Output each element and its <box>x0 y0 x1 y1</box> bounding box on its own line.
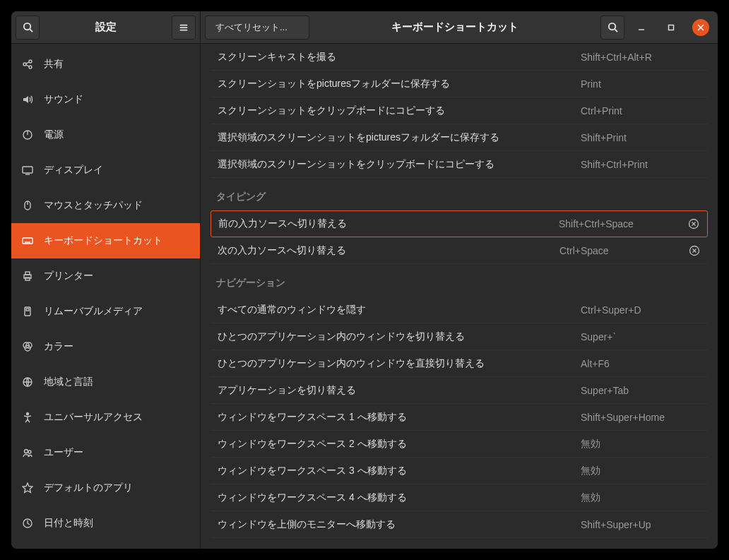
clear-shortcut-icon[interactable] <box>687 218 700 230</box>
share-icon <box>21 58 34 71</box>
shortcut-label: ウィンドウをワークスペース 3 へ移動する <box>218 465 581 477</box>
shortcut-label: 前の入力ソースへ切り替える <box>218 218 559 230</box>
accessibility-icon <box>21 411 34 424</box>
sidebar-item-accessibility[interactable]: ユニバーサルアクセス <box>11 400 200 435</box>
sidebar-item-share[interactable]: 共有 <box>11 47 200 82</box>
main-panel: すべてリセット... キーボードショートカット <box>201 11 718 549</box>
sidebar-list: 共有サウンド電源ディスプレイマウスとタッチパッドキーボードショートカットプリンタ… <box>11 44 200 549</box>
svg-rect-22 <box>25 272 30 275</box>
keyboard-icon <box>21 234 34 247</box>
shortcut-key: Shift+Super+Up <box>581 519 701 530</box>
section-title: ナビゲーション <box>211 264 708 297</box>
shortcut-row[interactable]: ウィンドウをワークスペース 3 へ移動する無効 <box>211 458 708 484</box>
sidebar-item-label: デフォルトのアプリ <box>44 482 133 494</box>
sidebar-item-display[interactable]: ディスプレイ <box>11 153 200 188</box>
shortcut-row[interactable]: 選択領域のスクリーンショットをpicturesフォルダーに保存するShift+P… <box>211 124 708 151</box>
shortcut-label: アプリケーションを切り替える <box>218 384 581 397</box>
svg-rect-23 <box>25 278 30 280</box>
sidebar-item-removable[interactable]: リムーバブルメディア <box>11 294 200 329</box>
settings-window: 設定 共有サウンド電源ディスプレイマウスとタッチパッドキーボードショートカットプ… <box>11 11 718 549</box>
shortcut-row[interactable]: ひとつのアプリケーション内のウィンドウを直接切り替えるAlt+F6 <box>211 350 708 377</box>
close-button[interactable] <box>692 19 709 36</box>
svg-rect-25 <box>26 309 29 311</box>
reset-all-button[interactable]: すべてリセット... <box>205 16 309 40</box>
shortcuts-content[interactable]: スクリーンキャストを撮るShift+Ctrl+Alt+Rスクリーンショットをpi… <box>201 44 718 549</box>
sidebar-item-label: サウンド <box>44 93 83 106</box>
page-title: キーボードショートカット <box>314 20 596 34</box>
shortcut-label: すべての通常のウィンドウを隠す <box>218 304 581 316</box>
shortcut-label: 選択領域のスクリーンショットをpicturesフォルダーに保存する <box>218 131 581 144</box>
shortcut-row[interactable]: 前の入力ソースへ切り替えるShift+Ctrl+Space <box>211 210 708 237</box>
shortcut-label: スクリーンショットをpicturesフォルダーに保存する <box>218 78 581 90</box>
shortcut-row[interactable]: スクリーンキャストを撮るShift+Ctrl+Alt+R <box>211 44 708 71</box>
shortcut-label: 選択領域のスクリーンショットをクリップボードにコピーする <box>218 158 581 171</box>
main-header: すべてリセット... キーボードショートカット <box>201 11 718 44</box>
search-icon <box>23 22 33 32</box>
shortcut-row[interactable]: 次の入力ソースへ切り替えるCtrl+Space <box>211 237 708 264</box>
sidebar-item-default-apps[interactable]: デフォルトのアプリ <box>11 470 200 506</box>
sidebar-item-label: リムーバブルメディア <box>44 305 143 318</box>
shortcut-key: Alt+F6 <box>581 358 701 369</box>
shortcut-row[interactable]: アプリケーションを切り替えるSuper+Tab <box>211 377 708 404</box>
shortcut-key: Shift+Ctrl+Print <box>581 159 701 170</box>
sidebar-title: 設定 <box>44 20 167 34</box>
sidebar-item-label: ディスプレイ <box>44 164 103 177</box>
shortcut-row[interactable]: ひとつのアプリケーション内のウィンドウを切り替えるSuper+` <box>211 323 708 350</box>
shortcut-key: Shift+Super+Home <box>581 412 701 423</box>
default-apps-icon <box>21 482 34 494</box>
svg-point-6 <box>29 60 32 63</box>
sidebar-item-label: キーボードショートカット <box>44 234 162 247</box>
shortcut-row[interactable]: ウィンドウをワークスペース 1 へ移動するShift+Super+Home <box>211 404 708 431</box>
shortcut-row[interactable]: 選択領域のスクリーンショットをクリップボードにコピーするShift+Ctrl+P… <box>211 151 708 178</box>
sidebar-item-color[interactable]: カラー <box>11 329 200 364</box>
shortcut-key: Shift+Print <box>581 132 701 143</box>
close-icon <box>697 24 704 31</box>
color-icon <box>21 340 34 353</box>
svg-point-5 <box>23 63 26 66</box>
svg-rect-37 <box>669 25 674 30</box>
search-button[interactable] <box>16 16 40 40</box>
sidebar-item-printer[interactable]: プリンター <box>11 258 200 294</box>
sidebar-item-power[interactable]: 電源 <box>11 117 200 153</box>
clear-shortcut-icon[interactable] <box>688 244 701 257</box>
shortcut-row[interactable]: すべての通常のウィンドウを隠すCtrl+Super+D <box>211 297 708 323</box>
svg-point-31 <box>25 450 28 453</box>
svg-rect-16 <box>23 238 32 244</box>
svg-point-32 <box>28 451 31 453</box>
svg-point-30 <box>27 413 29 415</box>
datetime-icon <box>21 517 34 530</box>
hamburger-icon <box>179 23 189 32</box>
sidebar-item-label: ユーザー <box>44 446 83 459</box>
menu-button[interactable] <box>172 16 196 40</box>
printer-icon <box>21 270 34 282</box>
minimize-button[interactable] <box>633 19 650 36</box>
shortcut-label: ひとつのアプリケーション内のウィンドウを切り替える <box>218 330 581 343</box>
sidebar-item-users[interactable]: ユーザー <box>11 435 200 470</box>
shortcut-label: ひとつのアプリケーション内のウィンドウを直接切り替える <box>218 357 581 370</box>
maximize-button[interactable] <box>663 19 680 36</box>
svg-point-7 <box>29 66 32 68</box>
main-search-button[interactable] <box>600 16 624 40</box>
shortcut-label: 次の入力ソースへ切り替える <box>218 244 559 257</box>
svg-point-0 <box>23 23 30 30</box>
shortcut-row[interactable]: スクリーンショットをpicturesフォルダーに保存するPrint <box>211 71 708 97</box>
sidebar-item-keyboard[interactable]: キーボードショートカット <box>11 223 200 258</box>
sound-icon <box>21 93 34 106</box>
shortcut-label: ウィンドウをワークスペース 4 へ移動する <box>218 492 581 504</box>
shortcut-row[interactable]: ウィンドウを上側のモニターへ移動するShift+Super+Up <box>211 511 708 538</box>
shortcut-label: ウィンドウを上側のモニターへ移動する <box>218 518 581 531</box>
maximize-icon <box>668 24 675 31</box>
shortcut-row[interactable]: スクリーンショットをクリップボードにコピーするCtrl+Print <box>211 97 708 124</box>
sidebar-item-mouse[interactable]: マウスとタッチパッド <box>11 188 200 223</box>
shortcut-key: Ctrl+Super+D <box>581 304 701 316</box>
sidebar: 設定 共有サウンド電源ディスプレイマウスとタッチパッドキーボードショートカットプ… <box>11 11 201 549</box>
shortcut-label: スクリーンショットをクリップボードにコピーする <box>218 105 581 117</box>
region-icon <box>21 376 34 388</box>
sidebar-item-region[interactable]: 地域と言語 <box>11 364 200 400</box>
shortcut-row[interactable]: ウィンドウをワークスペース 4 へ移動する無効 <box>211 484 708 511</box>
search-icon <box>608 22 618 32</box>
sidebar-item-datetime[interactable]: 日付と時刻 <box>11 506 200 541</box>
shortcut-key: Super+Tab <box>581 385 701 396</box>
shortcut-row[interactable]: ウィンドウをワークスペース 2 へ移動する無効 <box>211 431 708 458</box>
sidebar-item-sound[interactable]: サウンド <box>11 82 200 117</box>
